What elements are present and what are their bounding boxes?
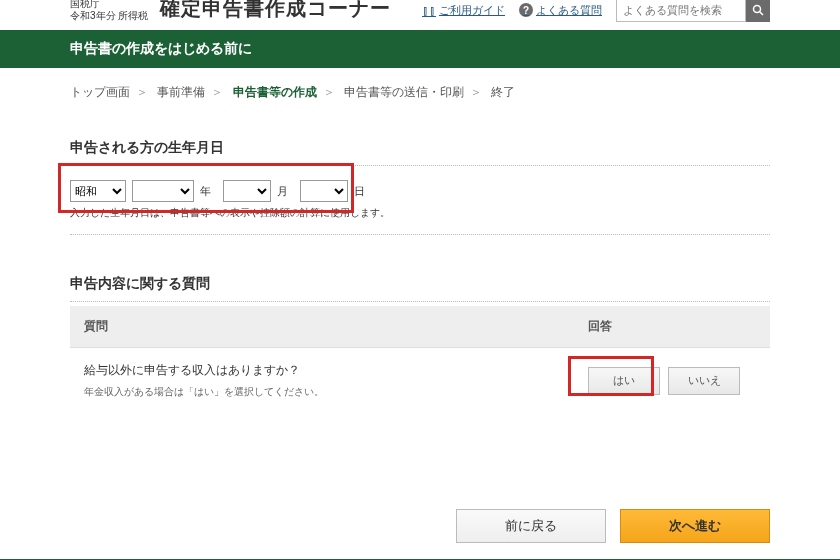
search-input[interactable] bbox=[616, 0, 746, 22]
breadcrumb-item-active: 申告書等の作成 bbox=[233, 85, 317, 99]
qa-title: 申告内容に関する質問 bbox=[70, 275, 770, 293]
era-select[interactable]: 昭和 bbox=[70, 180, 126, 202]
search-button[interactable] bbox=[746, 0, 770, 22]
dob-title: 申告される方の生年月日 bbox=[70, 139, 770, 157]
breadcrumb-item[interactable]: トップ画面 bbox=[70, 85, 130, 99]
guide-link[interactable]: ⫿⫿ ご利用ガイド bbox=[422, 3, 505, 18]
agency-label: 国税庁 bbox=[70, 0, 148, 10]
col-question: 質問 bbox=[70, 306, 574, 348]
breadcrumb-item[interactable]: 申告書等の送信・印刷 bbox=[344, 85, 464, 99]
section-bar: 申告書の作成をはじめる前に bbox=[0, 30, 840, 68]
year-select[interactable] bbox=[132, 180, 194, 202]
dob-note: 入力した生年月日は、申告書等への表示や控除額の計算に使用します。 bbox=[70, 206, 770, 220]
question-text: 給与以外に申告する収入はありますか？ bbox=[84, 362, 560, 379]
svg-point-0 bbox=[754, 6, 761, 13]
book-icon: ⫿⫿ bbox=[422, 3, 436, 18]
day-select[interactable] bbox=[300, 180, 348, 202]
breadcrumb-item: 終了 bbox=[491, 85, 515, 99]
svg-line-1 bbox=[760, 12, 764, 16]
guide-link-label: ご利用ガイド bbox=[439, 3, 505, 18]
search-icon bbox=[752, 4, 764, 16]
back-button[interactable]: 前に戻る bbox=[456, 509, 606, 543]
year-unit: 年 bbox=[200, 184, 211, 199]
faq-link-label: よくある質問 bbox=[536, 3, 602, 18]
page-title: 確定申告書作成コーナー bbox=[160, 0, 391, 22]
breadcrumb: トップ画面＞ 事前準備＞ 申告書等の作成＞ 申告書等の送信・印刷＞ 終了 bbox=[0, 68, 840, 109]
faq-link[interactable]: ? よくある質問 bbox=[519, 3, 602, 18]
next-button[interactable]: 次へ進む bbox=[620, 509, 770, 543]
month-unit: 月 bbox=[277, 184, 288, 199]
no-button[interactable]: いいえ bbox=[668, 367, 740, 395]
day-unit: 日 bbox=[354, 184, 365, 199]
question-icon: ? bbox=[519, 3, 533, 17]
question-sub: 年金収入がある場合は「はい」を選択してください。 bbox=[84, 385, 560, 399]
col-answer: 回答 bbox=[574, 306, 770, 348]
breadcrumb-item[interactable]: 事前準備 bbox=[157, 85, 205, 99]
yes-button[interactable]: はい bbox=[588, 367, 660, 395]
year-tax-label: 令和3年分 所得税 bbox=[70, 10, 148, 22]
month-select[interactable] bbox=[223, 180, 271, 202]
table-row: 給与以外に申告する収入はありますか？ 年金収入がある場合は「はい」を選択してくだ… bbox=[70, 348, 770, 414]
